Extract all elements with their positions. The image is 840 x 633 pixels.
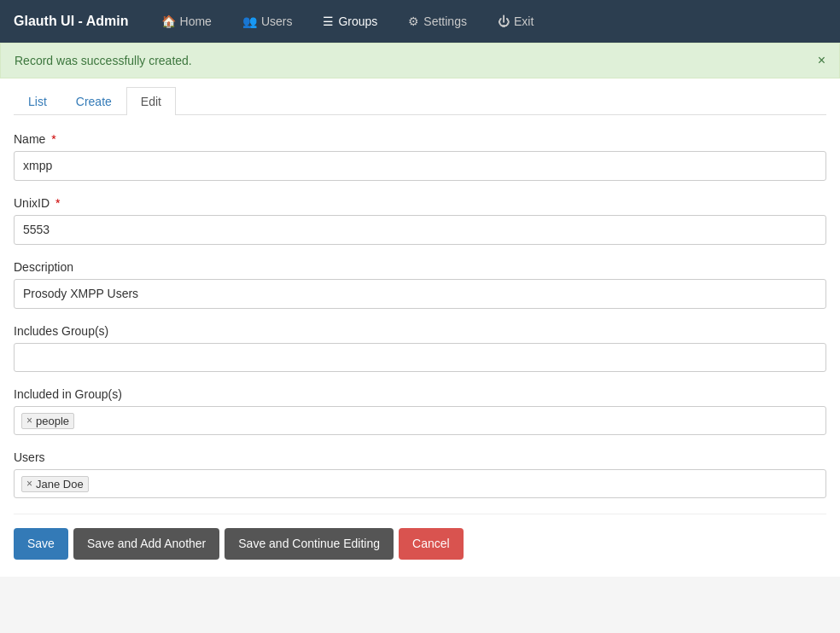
name-input[interactable] xyxy=(14,151,826,181)
nav-groups-label: Groups xyxy=(338,15,377,28)
alert-close-button[interactable]: × xyxy=(818,54,825,67)
description-input[interactable] xyxy=(14,279,826,309)
description-group: Description xyxy=(14,260,826,309)
cancel-button[interactable]: Cancel xyxy=(399,528,464,560)
unixid-group: UnixID * xyxy=(14,196,826,245)
groups-icon: ☰ xyxy=(323,15,334,28)
save-add-button[interactable]: Save and Add Another xyxy=(73,528,219,560)
tag-jane-doe-remove[interactable]: × xyxy=(26,479,32,489)
users-label: Users xyxy=(14,450,826,464)
users-icon: 👥 xyxy=(242,15,257,28)
settings-icon: ⚙ xyxy=(408,15,419,28)
nav-home-label: Home xyxy=(180,15,212,28)
tab-list[interactable]: List xyxy=(14,87,61,115)
form-actions: Save Save and Add Another Save and Conti… xyxy=(14,514,826,560)
unixid-required-indicator: * xyxy=(55,196,60,210)
unixid-input[interactable] xyxy=(14,215,826,245)
home-icon: 🏠 xyxy=(161,15,176,28)
includes-groups-input[interactable] xyxy=(14,343,826,372)
success-alert: Record was successfully created. × xyxy=(0,43,840,78)
navbar-brand: Glauth UI - Admin xyxy=(14,14,129,29)
unixid-label: UnixID * xyxy=(14,196,826,210)
nav-users[interactable]: 👥 Users xyxy=(236,11,300,32)
nav-users-label: Users xyxy=(261,15,293,28)
nav-groups[interactable]: ☰ Groups xyxy=(316,11,384,32)
tab-edit[interactable]: Edit xyxy=(126,87,176,115)
includes-groups-label: Includes Group(s) xyxy=(14,324,826,338)
nav-exit[interactable]: ⏻ Exit xyxy=(491,11,540,32)
name-group: Name * xyxy=(14,132,826,181)
navbar: Glauth UI - Admin 🏠 Home 👥 Users ☰ Group… xyxy=(0,0,840,43)
name-required-indicator: * xyxy=(51,132,55,146)
nav-home[interactable]: 🏠 Home xyxy=(155,11,219,32)
exit-icon: ⏻ xyxy=(498,15,510,28)
description-label: Description xyxy=(14,260,826,274)
users-input[interactable]: × Jane Doe xyxy=(14,469,826,498)
tag-people: × people xyxy=(21,413,74,429)
included-in-groups-group: Included in Group(s) × people xyxy=(14,387,826,435)
tag-people-remove[interactable]: × xyxy=(26,415,32,426)
includes-groups-group: Includes Group(s) xyxy=(14,324,826,372)
name-label: Name * xyxy=(14,132,826,146)
nav-settings-label: Settings xyxy=(423,15,467,28)
tag-jane-doe: × Jane Doe xyxy=(21,476,89,492)
tag-jane-doe-label: Jane Doe xyxy=(36,478,84,491)
tab-create[interactable]: Create xyxy=(61,87,126,115)
main-content: List Create Edit Name * UnixID * Descrip… xyxy=(0,78,840,577)
included-in-groups-label: Included in Group(s) xyxy=(14,387,826,401)
alert-message: Record was successfully created. xyxy=(15,54,192,67)
save-button[interactable]: Save xyxy=(14,528,68,560)
edit-form: Name * UnixID * Description Includes Gro… xyxy=(14,132,826,560)
users-group: Users × Jane Doe xyxy=(14,450,826,498)
included-in-groups-input[interactable]: × people xyxy=(14,406,826,435)
tag-people-label: people xyxy=(36,415,69,427)
nav-settings[interactable]: ⚙ Settings xyxy=(401,11,474,32)
tab-bar: List Create Edit xyxy=(14,78,826,115)
save-continue-button[interactable]: Save and Continue Editing xyxy=(225,528,394,560)
nav-exit-label: Exit xyxy=(514,15,534,28)
